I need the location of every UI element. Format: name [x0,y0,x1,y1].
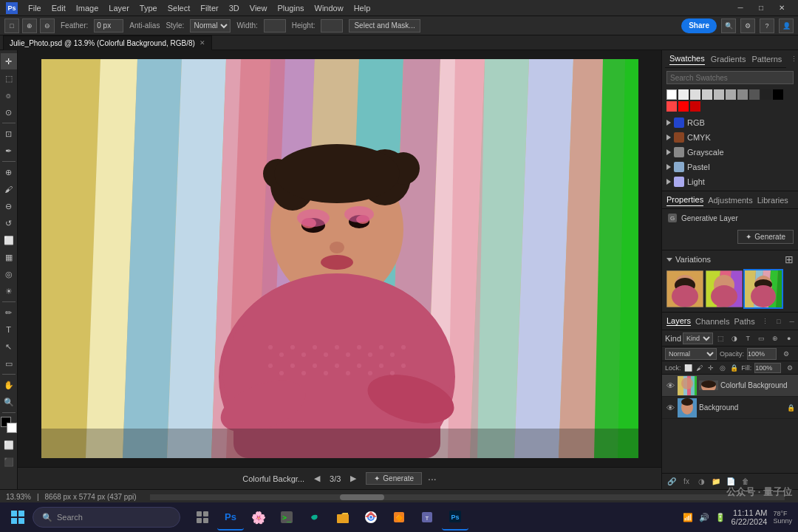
next-variation-button[interactable]: ▶ [347,472,360,485]
tool-hand[interactable]: ✋ [1,377,17,393]
clock-date[interactable]: 11:11 AM 6/22/2024 [732,508,768,526]
tool-dodge[interactable]: ☀ [1,283,17,299]
tool-move[interactable]: ✛ [1,53,17,69]
menu-window[interactable]: Window [310,2,348,14]
taskbar-icon-chrome[interactable] [358,504,384,531]
layer-filter-adj[interactable]: ◑ [729,332,741,345]
tool-btn-3[interactable]: ⊖ [40,18,55,33]
taskbar-icon-teams[interactable]: T [414,504,440,531]
menu-select[interactable]: Select [163,2,195,14]
minimize-button[interactable]: ─ [730,0,751,16]
tool-shape[interactable]: ▭ [1,355,17,372]
taskbar-icon-edge[interactable] [301,504,328,531]
start-button[interactable] [6,505,30,529]
swatch-group-pastel[interactable]: Pastel [662,160,798,174]
variation-thumb-2[interactable] [706,270,743,307]
scrollbar-horizontal[interactable] [150,494,785,500]
tool-pen[interactable]: ✏ [1,304,17,321]
layer-filter-on[interactable]: ● [783,332,796,345]
tool-marquee[interactable]: ⬚ [1,70,17,86]
lock-transparent-btn[interactable]: ⬜ [684,363,693,373]
menu-edit[interactable]: Edit [47,2,70,14]
menu-filter[interactable]: Filter [196,2,222,14]
layer-add-mask-btn[interactable]: ◑ [695,475,708,488]
tab-adjustments[interactable]: Adjustments [708,194,753,206]
tab-layers[interactable]: Layers [666,316,691,326]
lock-paint-btn[interactable]: 🖌 [695,363,704,373]
prev-variation-button[interactable]: ◀ [310,472,324,485]
close-button[interactable]: ✕ [771,0,792,16]
variations-header[interactable]: Variations ⊞ [662,250,798,268]
swatch-dgray1[interactable] [737,89,748,100]
taskbar-icon-ps[interactable]: Ps [217,504,244,531]
generate-bottom-button[interactable]: ✦ Generate [366,472,422,485]
lock-all-btn[interactable]: 🔒 [730,363,739,373]
document-tab[interactable]: Julie_Photo.psd @ 13.9% (Colorful Backgr… [3,35,212,50]
opacity-input[interactable] [747,348,777,360]
taskbar-icon-ps2[interactable]: Ps [442,504,468,531]
layer-eye-background[interactable]: 👁 [665,403,675,413]
tool-gradient[interactable]: ▦ [1,249,17,265]
swatches-search-input[interactable] [666,71,794,84]
fill-options-btn[interactable]: ⚙ [784,361,795,375]
lock-position-btn[interactable]: ✛ [707,363,716,373]
lock-artboard-btn[interactable]: ◎ [718,363,727,373]
maximize-button[interactable]: □ [751,0,771,16]
swatch-red2[interactable] [678,101,689,112]
swatch-lgray2[interactable] [690,89,700,100]
swatch-group-rgb[interactable]: RGB [662,115,798,130]
height-input[interactable] [321,19,343,33]
tool-eyedropper[interactable]: ✒ [1,143,17,159]
variations-grid-icon[interactable]: ⊞ [785,253,794,265]
menu-file[interactable]: File [24,2,46,14]
tool-btn-2[interactable]: ⊕ [22,18,37,33]
taskbar-icon-task-view[interactable] [189,504,216,531]
layer-filter-smart[interactable]: ⊕ [769,332,782,345]
swatch-gray1[interactable] [702,89,712,100]
taskbar-icon-file-explorer[interactable] [330,504,356,531]
swatch-dgray3[interactable] [761,89,771,100]
menu-type[interactable]: Type [135,2,162,14]
tool-btn-1[interactable]: □ [4,18,19,33]
tab-patterns[interactable]: Patterns [751,53,782,65]
fill-input[interactable] [754,363,781,373]
tool-screen-mode[interactable]: ⬛ [1,454,17,470]
taskbar-icon-app1[interactable]: 🔶 [386,504,412,531]
select-and-mask-button[interactable]: Select and Mask... [349,19,420,33]
swatch-white[interactable] [666,89,677,100]
tool-quick-select[interactable]: ⊙ [1,104,17,120]
background-color[interactable] [7,423,17,433]
swatch-group-cmyk[interactable]: CMYK [662,130,798,145]
menu-help[interactable]: Help [349,2,375,14]
share-button[interactable]: Share [681,18,717,33]
kind-select[interactable]: Kind [683,332,713,344]
tab-channels[interactable]: Channels [695,317,729,326]
menu-plugins[interactable]: Plugins [273,2,308,14]
layer-filter-type[interactable]: T [742,332,754,345]
generate-button[interactable]: ✦ Generate [737,230,794,244]
layer-row-colorful[interactable]: 👁 [662,375,798,397]
swatch-gray2[interactable] [714,89,724,100]
swatches-menu-btn[interactable]: ⋮ [788,53,798,65]
settings-icon-btn[interactable]: ⚙ [740,18,755,33]
tab-properties[interactable]: Properties [666,194,703,206]
blend-mode-select[interactable]: Normal [665,348,717,360]
layer-options-btn[interactable]: ⚙ [780,347,793,361]
ps-account-btn[interactable]: 👤 [779,18,794,33]
layer-row-background[interactable]: 👁 Background 🔒 [662,397,798,419]
battery-icon[interactable]: 🔋 [715,513,726,522]
taskbar-icon-flowers[interactable]: 🌸 [245,504,272,531]
tab-libraries[interactable]: Libraries [757,194,788,206]
canvas-area[interactable] [18,50,661,467]
tool-lasso[interactable]: ⌾ [1,87,17,103]
taskbar-icon-terminal[interactable]: >_ [273,504,300,531]
tool-zoom[interactable]: 🔍 [1,394,17,410]
network-icon[interactable]: 📶 [683,513,693,522]
swatch-dgray2[interactable] [749,89,760,100]
swatch-red1[interactable] [666,101,677,112]
menu-layer[interactable]: Layer [104,2,134,14]
tab-gradients[interactable]: Gradients [711,53,746,65]
swatch-gray3[interactable] [726,89,736,100]
variation-thumb-3[interactable] [745,270,782,307]
document-tab-close[interactable]: ✕ [200,39,205,47]
